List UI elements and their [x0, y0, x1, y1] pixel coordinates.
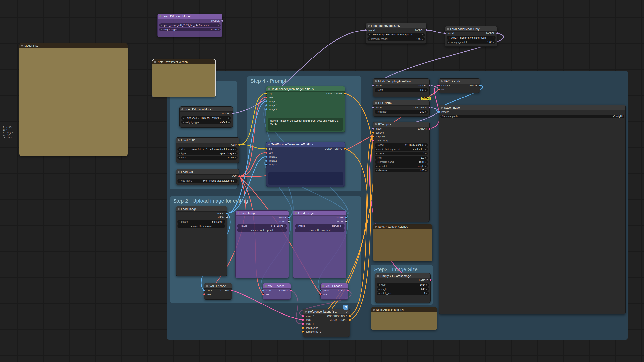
output-model-port[interactable] — [232, 112, 234, 115]
output-latent-port[interactable] — [430, 279, 432, 282]
input-model-port[interactable] — [372, 128, 374, 130]
input-negative-port[interactable] — [372, 136, 374, 138]
output-model-port[interactable] — [496, 32, 498, 34]
collapse-dot[interactable] — [447, 28, 449, 30]
node-vae-encode-2-bypassed[interactable]: VAE Encode pixelsLATENT vae — [263, 283, 291, 300]
widget-image-file[interactable]: ◀imagebuffy.png▶ — [178, 220, 225, 224]
note-about-image-size[interactable]: Note: About image size — [371, 307, 437, 330]
node-cfg-norm[interactable]: CFGNorm modelpatched_model ◀strength1.00… — [373, 100, 430, 116]
output-conditioning-port[interactable] — [344, 92, 346, 94]
input-latent-2-port[interactable] — [302, 315, 304, 317]
input-samples-port[interactable] — [438, 84, 440, 87]
node-load-diffusion-model-bypassed[interactable]: Load Diffusion Model MODEL ◀qwen_image_e… — [158, 14, 222, 37]
output-latent-port[interactable] — [231, 289, 233, 292]
input-vae-port[interactable] — [265, 152, 267, 154]
input-clip-port[interactable] — [265, 92, 267, 94]
node-graph-canvas[interactable]: Step 4 - Prompt Step 2 - Upload image fo… — [0, 0, 644, 362]
output-image-port[interactable] — [479, 84, 481, 87]
widget-image-file[interactable]: ◀imageelon.png▶ — [295, 224, 344, 228]
widget-lora-name[interactable]: ◀Qwen-Image-Edit-2509-Lightning-4step ..… — [368, 33, 425, 37]
input-model-port[interactable] — [365, 29, 367, 31]
widget-denoise[interactable]: ◀denoise1.00▶ — [375, 168, 428, 172]
choose-file-button[interactable]: choose file to upload — [295, 228, 344, 232]
widget-steps[interactable]: ◀steps4▶ — [375, 152, 428, 156]
input-latent-port[interactable] — [302, 319, 304, 321]
collapse-dot[interactable] — [178, 171, 180, 173]
prompt-textarea[interactable] — [268, 172, 343, 185]
collapse-dot[interactable] — [441, 106, 443, 108]
collapse-dot[interactable] — [295, 212, 297, 214]
output-conditioning-port[interactable] — [344, 148, 346, 150]
output-image-port[interactable] — [288, 216, 290, 218]
collapse-dot[interactable] — [441, 80, 443, 82]
widget-scheduler[interactable]: ◀schedulersimple▶ — [375, 164, 428, 168]
collapse-dot[interactable] — [265, 285, 267, 287]
node-load-image-2-bypassed[interactable]: Load Image IMAGE MASK ◀image8_1 (2).png▶… — [236, 210, 289, 278]
input-conditioning-port[interactable] — [302, 327, 304, 329]
node-vae-decode[interactable]: VAE Decode samplesIMAGE vae — [439, 78, 480, 93]
node-model-sampling-auraflow[interactable]: ModelSamplingAuraFlow modelMODEL ◀shift3… — [373, 78, 430, 97]
widget-strength[interactable]: ◀strength1.00▶ — [375, 110, 428, 114]
collapse-dot[interactable] — [375, 123, 377, 125]
open-subgraph-icon[interactable]: ⤢ — [346, 310, 348, 313]
input-latent-1-port[interactable] — [302, 323, 304, 325]
output-image-port[interactable] — [226, 212, 228, 214]
input-vae-port[interactable] — [319, 293, 322, 296]
note-model-links[interactable]: Model links — [19, 43, 128, 156]
choose-file-button[interactable]: choose file to upload — [178, 224, 225, 228]
output-latent-port[interactable] — [290, 289, 292, 292]
input-vae-port[interactable] — [203, 293, 205, 296]
widget-width[interactable]: ◀width1024▶ — [377, 283, 429, 287]
input-vae-port[interactable] — [438, 88, 440, 90]
collapse-dot[interactable] — [206, 285, 208, 287]
output-image-port[interactable] — [345, 216, 347, 218]
collapse-dot[interactable] — [178, 139, 180, 141]
input-latent-image-port[interactable] — [372, 140, 374, 142]
collapse-dot[interactable] — [368, 25, 370, 27]
collapse-dot[interactable] — [178, 208, 180, 210]
input-image3-port[interactable] — [265, 108, 267, 110]
input-images-port[interactable] — [438, 111, 440, 113]
input-image3-port[interactable] — [265, 164, 267, 166]
widget-unet-name[interactable]: ◀qwen_image_edit_2509_fp8_e4m3fn.safete.… — [159, 24, 221, 27]
widget-unet-name[interactable]: ◀Fake-Vace2.2-High_fp8_e4m3fn...▶ — [181, 116, 231, 120]
collapse-dot[interactable] — [322, 285, 324, 287]
collapse-dot[interactable] — [182, 108, 184, 110]
output-model-port[interactable] — [221, 20, 224, 22]
input-conditioning-1-port[interactable] — [302, 331, 304, 333]
widget-cfg[interactable]: ◀cfg1.0▶ — [375, 156, 428, 160]
node-load-image-1[interactable]: Load Image IMAGE MASK ◀imagebuffy.png▶ c… — [176, 206, 227, 276]
widget-batch-size[interactable]: ◀batch_size1▶ — [377, 292, 429, 295]
input-image2-port[interactable] — [265, 160, 267, 162]
output-mask-port[interactable] — [226, 216, 228, 218]
widget-control-after-generate[interactable]: ◀control after generaterandomize▶ — [375, 147, 428, 151]
collapse-dot[interactable] — [238, 212, 239, 214]
widget-device[interactable]: ◀devicedefault▶ — [178, 156, 238, 160]
note-raw-latent-version[interactable]: Note: Raw latent version — [152, 60, 215, 97]
input-vae-port[interactable] — [262, 293, 264, 296]
collapse-dot[interactable] — [159, 15, 161, 17]
collapse-dot[interactable] — [375, 102, 377, 104]
output-model-port[interactable] — [428, 84, 431, 87]
widget-filename-prefix[interactable]: filename_prefixComfyUI — [440, 115, 624, 118]
collapse-dot[interactable] — [377, 275, 379, 277]
choose-file-button[interactable]: choose file to upload — [237, 228, 287, 232]
widget-strength-model[interactable]: ◀strength_model1.00▶ — [368, 37, 425, 41]
widget-shift[interactable]: ◀shift3.00▶ — [375, 88, 428, 92]
widget-weight-dtype[interactable]: ◀weight_dtypedefault▶ — [181, 120, 231, 124]
collapse-dot[interactable] — [21, 45, 23, 47]
collapse-dot[interactable] — [373, 309, 375, 311]
node-load-clip[interactable]: Load CLIP CLIP ◀cli...qwen_2.5_vl_7b_fp8… — [176, 138, 239, 163]
input-clip-port[interactable] — [265, 148, 267, 150]
input-vae-port[interactable] — [265, 96, 267, 98]
widget-type[interactable]: ◀typeqwen_image▶ — [178, 152, 238, 155]
output-clip-port[interactable] — [238, 144, 240, 146]
node-vae-encode-1[interactable]: VAE Encode pixelsLATENT vae — [204, 283, 232, 300]
output-latent-port[interactable] — [347, 289, 349, 292]
input-image1-port[interactable] — [265, 100, 267, 102]
node-lora-loader-1[interactable]: LoraLoaderModelOnly modelMODEL ◀Qwen-Ima… — [366, 23, 426, 44]
node-vae-encode-3-bypassed[interactable]: VAE Encode pixelsLATENT vae — [320, 283, 348, 300]
input-image2-port[interactable] — [265, 104, 267, 106]
node-text-encode-negative[interactable]: TextEncodeQwenImageEditPlus clipCONDITIO… — [266, 142, 345, 187]
input-model-port[interactable] — [372, 106, 374, 108]
